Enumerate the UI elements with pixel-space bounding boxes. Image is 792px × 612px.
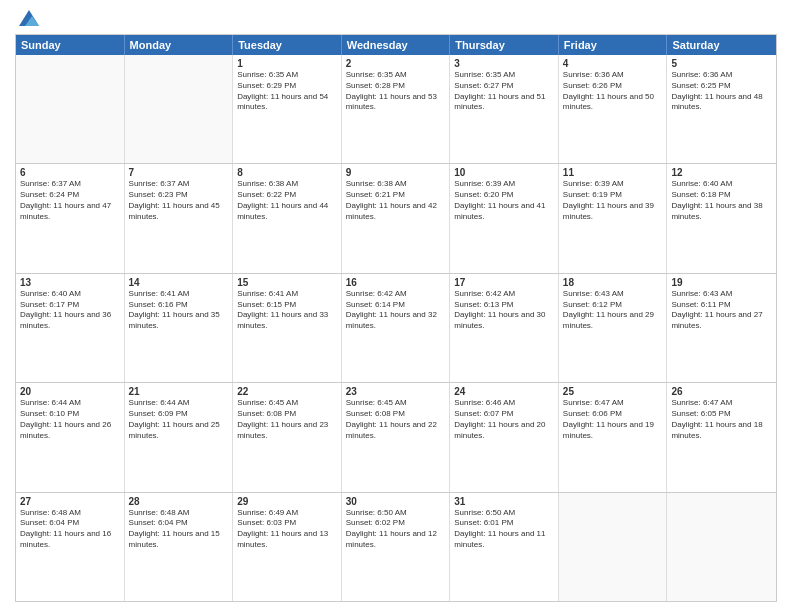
cell-info: Sunrise: 6:44 AM Sunset: 6:09 PM Dayligh…: [129, 398, 229, 441]
cal-cell: [16, 55, 125, 163]
cell-info: Sunrise: 6:36 AM Sunset: 6:25 PM Dayligh…: [671, 70, 772, 113]
logo: [15, 10, 39, 26]
cal-cell: [559, 493, 668, 601]
day-number: 23: [346, 386, 446, 397]
cal-cell: [125, 55, 234, 163]
cal-cell: 25Sunrise: 6:47 AM Sunset: 6:06 PM Dayli…: [559, 383, 668, 491]
day-number: 6: [20, 167, 120, 178]
header-day-thursday: Thursday: [450, 35, 559, 55]
cal-cell: 26Sunrise: 6:47 AM Sunset: 6:05 PM Dayli…: [667, 383, 776, 491]
logo-icon: [19, 10, 39, 26]
day-number: 13: [20, 277, 120, 288]
cal-cell: 9Sunrise: 6:38 AM Sunset: 6:21 PM Daylig…: [342, 164, 451, 272]
cal-cell: 24Sunrise: 6:46 AM Sunset: 6:07 PM Dayli…: [450, 383, 559, 491]
cal-cell: 15Sunrise: 6:41 AM Sunset: 6:15 PM Dayli…: [233, 274, 342, 382]
cell-info: Sunrise: 6:39 AM Sunset: 6:20 PM Dayligh…: [454, 179, 554, 222]
cell-info: Sunrise: 6:35 AM Sunset: 6:28 PM Dayligh…: [346, 70, 446, 113]
cal-cell: 13Sunrise: 6:40 AM Sunset: 6:17 PM Dayli…: [16, 274, 125, 382]
cell-info: Sunrise: 6:44 AM Sunset: 6:10 PM Dayligh…: [20, 398, 120, 441]
day-number: 28: [129, 496, 229, 507]
cal-cell: 4Sunrise: 6:36 AM Sunset: 6:26 PM Daylig…: [559, 55, 668, 163]
day-number: 20: [20, 386, 120, 397]
calendar-row-4: 27Sunrise: 6:48 AM Sunset: 6:04 PM Dayli…: [16, 492, 776, 601]
cal-cell: 17Sunrise: 6:42 AM Sunset: 6:13 PM Dayli…: [450, 274, 559, 382]
cal-cell: 11Sunrise: 6:39 AM Sunset: 6:19 PM Dayli…: [559, 164, 668, 272]
day-number: 24: [454, 386, 554, 397]
day-number: 11: [563, 167, 663, 178]
header-day-wednesday: Wednesday: [342, 35, 451, 55]
cell-info: Sunrise: 6:38 AM Sunset: 6:21 PM Dayligh…: [346, 179, 446, 222]
header-day-sunday: Sunday: [16, 35, 125, 55]
cal-cell: 29Sunrise: 6:49 AM Sunset: 6:03 PM Dayli…: [233, 493, 342, 601]
header: [15, 10, 777, 26]
cell-info: Sunrise: 6:35 AM Sunset: 6:29 PM Dayligh…: [237, 70, 337, 113]
cell-info: Sunrise: 6:48 AM Sunset: 6:04 PM Dayligh…: [129, 508, 229, 551]
day-number: 7: [129, 167, 229, 178]
cell-info: Sunrise: 6:48 AM Sunset: 6:04 PM Dayligh…: [20, 508, 120, 551]
day-number: 18: [563, 277, 663, 288]
calendar-body: 1Sunrise: 6:35 AM Sunset: 6:29 PM Daylig…: [16, 55, 776, 601]
day-number: 31: [454, 496, 554, 507]
day-number: 8: [237, 167, 337, 178]
day-number: 17: [454, 277, 554, 288]
cal-cell: 10Sunrise: 6:39 AM Sunset: 6:20 PM Dayli…: [450, 164, 559, 272]
cell-info: Sunrise: 6:45 AM Sunset: 6:08 PM Dayligh…: [346, 398, 446, 441]
cal-cell: 1Sunrise: 6:35 AM Sunset: 6:29 PM Daylig…: [233, 55, 342, 163]
cal-cell: 19Sunrise: 6:43 AM Sunset: 6:11 PM Dayli…: [667, 274, 776, 382]
day-number: 27: [20, 496, 120, 507]
day-number: 19: [671, 277, 772, 288]
day-number: 9: [346, 167, 446, 178]
calendar-row-1: 6Sunrise: 6:37 AM Sunset: 6:24 PM Daylig…: [16, 163, 776, 272]
day-number: 5: [671, 58, 772, 69]
cell-info: Sunrise: 6:43 AM Sunset: 6:11 PM Dayligh…: [671, 289, 772, 332]
day-number: 3: [454, 58, 554, 69]
cell-info: Sunrise: 6:39 AM Sunset: 6:19 PM Dayligh…: [563, 179, 663, 222]
day-number: 1: [237, 58, 337, 69]
cal-cell: 21Sunrise: 6:44 AM Sunset: 6:09 PM Dayli…: [125, 383, 234, 491]
cal-cell: 31Sunrise: 6:50 AM Sunset: 6:01 PM Dayli…: [450, 493, 559, 601]
cal-cell: 14Sunrise: 6:41 AM Sunset: 6:16 PM Dayli…: [125, 274, 234, 382]
cell-info: Sunrise: 6:38 AM Sunset: 6:22 PM Dayligh…: [237, 179, 337, 222]
header-day-friday: Friday: [559, 35, 668, 55]
cal-cell: 23Sunrise: 6:45 AM Sunset: 6:08 PM Dayli…: [342, 383, 451, 491]
cal-cell: 12Sunrise: 6:40 AM Sunset: 6:18 PM Dayli…: [667, 164, 776, 272]
cell-info: Sunrise: 6:40 AM Sunset: 6:18 PM Dayligh…: [671, 179, 772, 222]
cell-info: Sunrise: 6:50 AM Sunset: 6:01 PM Dayligh…: [454, 508, 554, 551]
cell-info: Sunrise: 6:42 AM Sunset: 6:13 PM Dayligh…: [454, 289, 554, 332]
calendar-row-2: 13Sunrise: 6:40 AM Sunset: 6:17 PM Dayli…: [16, 273, 776, 382]
day-number: 10: [454, 167, 554, 178]
day-number: 14: [129, 277, 229, 288]
cal-cell: [667, 493, 776, 601]
header-day-saturday: Saturday: [667, 35, 776, 55]
day-number: 15: [237, 277, 337, 288]
cal-cell: 27Sunrise: 6:48 AM Sunset: 6:04 PM Dayli…: [16, 493, 125, 601]
cal-cell: 20Sunrise: 6:44 AM Sunset: 6:10 PM Dayli…: [16, 383, 125, 491]
cell-info: Sunrise: 6:37 AM Sunset: 6:23 PM Dayligh…: [129, 179, 229, 222]
cell-info: Sunrise: 6:35 AM Sunset: 6:27 PM Dayligh…: [454, 70, 554, 113]
cell-info: Sunrise: 6:46 AM Sunset: 6:07 PM Dayligh…: [454, 398, 554, 441]
day-number: 25: [563, 386, 663, 397]
day-number: 26: [671, 386, 772, 397]
cal-cell: 28Sunrise: 6:48 AM Sunset: 6:04 PM Dayli…: [125, 493, 234, 601]
cal-cell: 5Sunrise: 6:36 AM Sunset: 6:25 PM Daylig…: [667, 55, 776, 163]
cell-info: Sunrise: 6:49 AM Sunset: 6:03 PM Dayligh…: [237, 508, 337, 551]
day-number: 21: [129, 386, 229, 397]
calendar-header: SundayMondayTuesdayWednesdayThursdayFrid…: [16, 35, 776, 55]
cal-cell: 2Sunrise: 6:35 AM Sunset: 6:28 PM Daylig…: [342, 55, 451, 163]
day-number: 12: [671, 167, 772, 178]
cal-cell: 6Sunrise: 6:37 AM Sunset: 6:24 PM Daylig…: [16, 164, 125, 272]
cell-info: Sunrise: 6:42 AM Sunset: 6:14 PM Dayligh…: [346, 289, 446, 332]
cal-cell: 16Sunrise: 6:42 AM Sunset: 6:14 PM Dayli…: [342, 274, 451, 382]
cal-cell: 30Sunrise: 6:50 AM Sunset: 6:02 PM Dayli…: [342, 493, 451, 601]
day-number: 30: [346, 496, 446, 507]
cell-info: Sunrise: 6:47 AM Sunset: 6:05 PM Dayligh…: [671, 398, 772, 441]
cell-info: Sunrise: 6:36 AM Sunset: 6:26 PM Dayligh…: [563, 70, 663, 113]
header-day-tuesday: Tuesday: [233, 35, 342, 55]
cell-info: Sunrise: 6:41 AM Sunset: 6:15 PM Dayligh…: [237, 289, 337, 332]
day-number: 4: [563, 58, 663, 69]
calendar: SundayMondayTuesdayWednesdayThursdayFrid…: [15, 34, 777, 602]
day-number: 2: [346, 58, 446, 69]
cal-cell: 8Sunrise: 6:38 AM Sunset: 6:22 PM Daylig…: [233, 164, 342, 272]
cal-cell: 22Sunrise: 6:45 AM Sunset: 6:08 PM Dayli…: [233, 383, 342, 491]
calendar-row-3: 20Sunrise: 6:44 AM Sunset: 6:10 PM Dayli…: [16, 382, 776, 491]
